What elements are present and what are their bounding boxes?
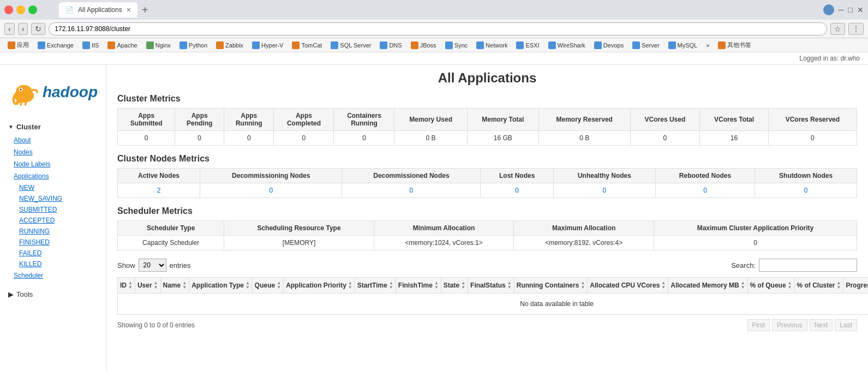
sidebar-item-applications[interactable]: Applications — [0, 170, 106, 182]
active-tab[interactable]: 📄 All Applications × — [59, 2, 137, 17]
address-bar[interactable] — [49, 22, 827, 35]
val-rebooted-nodes: 0 — [655, 183, 755, 198]
sidebar-logo: hadoop — [0, 70, 106, 117]
bookmark-mysql[interactable]: MySQL — [665, 41, 701, 50]
sidebar-item-new[interactable]: NEW — [11, 182, 106, 193]
sidebar-cluster-toggle[interactable]: ▼ Cluster — [0, 119, 106, 134]
bookmark-apache[interactable]: Apache — [104, 41, 140, 50]
val-memory-total: 16 GB — [467, 131, 538, 146]
minimize-window-icon[interactable] — [16, 5, 25, 14]
back-button[interactable]: ‹ — [4, 23, 15, 35]
bookmark-iis[interactable]: IIS — [79, 41, 102, 50]
bookmark-sync[interactable]: Sync — [442, 41, 471, 50]
val-max-allocation: <memory:8192, vCores:4> — [514, 236, 654, 250]
col-progress[interactable]: Progress ▲▼ — [843, 278, 868, 294]
active-nodes-link[interactable]: 2 — [157, 187, 161, 194]
sidebar-item-running[interactable]: RUNNING — [11, 226, 106, 237]
col-user[interactable]: User ▲▼ — [135, 278, 160, 294]
bookmark-tomcat[interactable]: TomCat — [289, 41, 325, 50]
decommissioned-nodes-link[interactable]: 0 — [410, 187, 414, 194]
col-final-status[interactable]: FinalStatus ▲▼ — [468, 278, 514, 294]
bookmark-nginx[interactable]: Nginx — [143, 41, 174, 50]
reload-button[interactable]: ↻ — [31, 23, 45, 35]
sidebar-item-finished[interactable]: FINISHED — [11, 237, 106, 248]
col-allocated-cpu[interactable]: Allocated CPU VCores ▲▼ — [588, 278, 668, 294]
col-app-type[interactable]: Application Type ▲▼ — [189, 278, 253, 294]
sidebar-item-accepted[interactable]: ACCEPTED — [11, 215, 106, 226]
col-name[interactable]: Name ▲▼ — [160, 278, 189, 294]
maximize-window-icon[interactable] — [28, 5, 37, 14]
bookmark-other[interactable]: 其他书签 — [715, 40, 755, 50]
val-containers-running: 0 — [334, 131, 394, 146]
bookmark-wireshark[interactable]: WireShark — [545, 41, 589, 50]
col-pct-cluster[interactable]: % of Cluster ▲▼ — [794, 278, 843, 294]
col-finish-time[interactable]: FinishTime ▲▼ — [396, 278, 441, 294]
val-unhealthy-nodes: 0 — [554, 183, 656, 198]
new-tab-button[interactable]: + — [137, 4, 153, 16]
bookmark-dns[interactable]: DNS — [376, 41, 405, 50]
unhealthy-nodes-link[interactable]: 0 — [603, 187, 607, 194]
bookmark-jboss[interactable]: JBoss — [408, 41, 440, 50]
sidebar-item-failed[interactable]: FAILED — [11, 248, 106, 259]
close-icon[interactable]: ✕ — [857, 5, 864, 14]
forward-button[interactable]: › — [18, 23, 28, 35]
sidebar-item-new-saving[interactable]: NEW_SAVING — [11, 193, 106, 204]
col-state[interactable]: State ▲▼ — [441, 278, 468, 294]
last-page-button[interactable]: Last — [835, 319, 857, 331]
bookmark-more[interactable]: » — [703, 41, 713, 49]
col-vcores-reserved: VCores Reserved — [768, 109, 857, 131]
val-memory-used: 0 B — [394, 131, 467, 146]
bookmark-network[interactable]: Network — [473, 41, 511, 50]
minimize-icon[interactable]: ─ — [839, 5, 844, 14]
col-pct-queue[interactable]: % of Queue ▲▼ — [747, 278, 794, 294]
prev-page-button[interactable]: Previous — [772, 319, 807, 331]
next-page-button[interactable]: Next — [810, 319, 833, 331]
first-page-button[interactable]: First — [747, 319, 770, 331]
bookmark-zabbix[interactable]: Zabbix — [213, 41, 247, 50]
bookmark-sqlserver[interactable]: SQL Server — [327, 41, 374, 50]
bookmark-devops[interactable]: Devops — [591, 41, 627, 50]
sidebar-item-nodes[interactable]: Nodes — [0, 146, 106, 158]
menu-button[interactable]: ⋮ — [848, 23, 864, 35]
no-data-cell: No data available in table — [118, 294, 869, 315]
val-scheduling-resource-type: [MEMORY] — [224, 236, 374, 250]
bookmark-exchange[interactable]: Exchange — [34, 41, 77, 50]
bookmark-label: Hyper-V — [261, 42, 283, 49]
sidebar-item-scheduler[interactable]: Scheduler — [0, 270, 106, 282]
sidebar-item-submitted[interactable]: SUBMITTED — [11, 204, 106, 215]
lost-nodes-link[interactable]: 0 — [515, 187, 519, 194]
rebooted-nodes-link[interactable]: 0 — [703, 187, 707, 194]
bookmark-button[interactable]: ☆ — [830, 23, 845, 35]
val-vcores-total: 16 — [700, 131, 769, 146]
bookmark-python[interactable]: Python — [176, 41, 211, 50]
sidebar-tools-toggle[interactable]: ▶ Tools — [0, 287, 106, 302]
col-id[interactable]: ID ▲▼ — [118, 278, 135, 294]
bookmark-server[interactable]: Server — [629, 41, 662, 50]
entries-select[interactable]: 10 20 50 100 — [139, 259, 166, 272]
tab-close-icon[interactable]: × — [127, 5, 131, 14]
decommissioning-nodes-link[interactable]: 0 — [269, 187, 273, 194]
restore-icon[interactable]: □ — [848, 5, 853, 14]
bookmark-esxi[interactable]: ESXI — [513, 41, 542, 50]
search-box: Search: — [731, 259, 857, 272]
sidebar-item-killed[interactable]: KILLED — [11, 259, 106, 270]
user-profile-icon[interactable] — [823, 4, 834, 15]
val-scheduler-type: Capacity Scheduler — [118, 236, 224, 250]
val-apps-pending: 0 — [175, 131, 224, 146]
close-window-icon[interactable] — [4, 5, 13, 14]
sidebar-item-about[interactable]: About — [0, 134, 106, 146]
col-running-containers[interactable]: Running Containers ▲▼ — [514, 278, 588, 294]
shutdown-nodes-link[interactable]: 0 — [804, 187, 808, 194]
bookmark-apps[interactable]: 应用 — [4, 40, 32, 50]
col-queue[interactable]: Queue ▲▼ — [252, 278, 283, 294]
bookmark-label: SQL Server — [340, 42, 371, 49]
sidebar-item-node-labels[interactable]: Node Labels — [0, 158, 106, 170]
col-app-priority[interactable]: Application Priority ▲▼ — [284, 278, 355, 294]
bookmark-hyperv[interactable]: Hyper-V — [249, 41, 286, 50]
col-start-time[interactable]: StartTime ▲▼ — [355, 278, 396, 294]
col-max-allocation: Maximum Allocation — [514, 221, 654, 236]
col-apps-completed: AppsCompleted — [274, 109, 334, 131]
search-input[interactable] — [759, 259, 857, 272]
col-allocated-memory[interactable]: Allocated Memory MB ▲▼ — [668, 278, 747, 294]
svg-point-4 — [16, 101, 20, 104]
